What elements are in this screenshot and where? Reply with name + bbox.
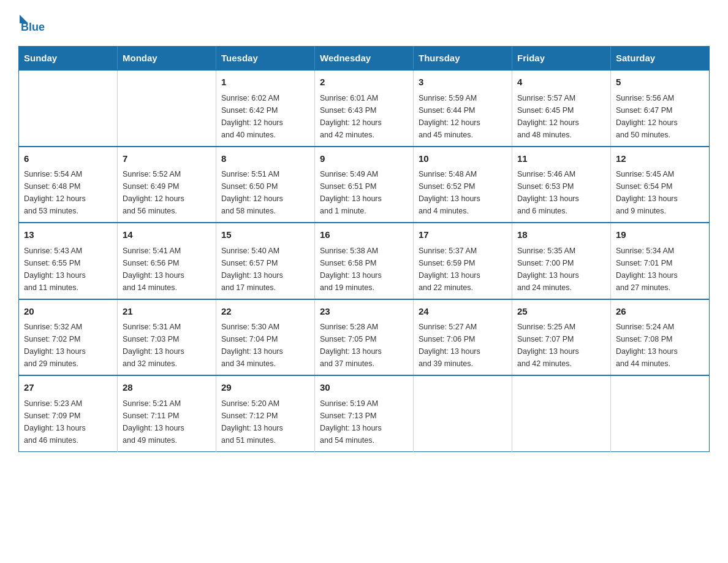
day-info: Sunrise: 5:23 AM Sunset: 7:09 PM Dayligh…: [24, 397, 112, 446]
calendar-cell: [414, 375, 512, 451]
day-number: 28: [123, 381, 211, 395]
day-number: 23: [320, 305, 408, 319]
calendar-cell: 12Sunrise: 5:45 AM Sunset: 6:54 PM Dayli…: [611, 147, 710, 223]
day-number: 16: [320, 228, 408, 242]
calendar-cell: 19Sunrise: 5:34 AM Sunset: 7:01 PM Dayli…: [611, 223, 710, 299]
day-info: Sunrise: 5:21 AM Sunset: 7:11 PM Dayligh…: [123, 397, 211, 446]
day-number: 21: [123, 305, 211, 319]
day-info: Sunrise: 5:48 AM Sunset: 6:52 PM Dayligh…: [419, 168, 507, 217]
day-info: Sunrise: 5:30 AM Sunset: 7:04 PM Dayligh…: [221, 321, 309, 370]
calendar-day-header: Friday: [512, 47, 611, 71]
calendar-cell: 7Sunrise: 5:52 AM Sunset: 6:49 PM Daylig…: [118, 147, 216, 223]
day-info: Sunrise: 5:27 AM Sunset: 7:06 PM Dayligh…: [419, 321, 507, 370]
calendar-cell: 1Sunrise: 6:02 AM Sunset: 6:42 PM Daylig…: [216, 70, 315, 147]
day-info: Sunrise: 5:52 AM Sunset: 6:49 PM Dayligh…: [123, 168, 211, 217]
day-number: 12: [616, 152, 704, 166]
day-info: Sunrise: 5:54 AM Sunset: 6:48 PM Dayligh…: [24, 168, 112, 217]
day-number: 20: [24, 305, 112, 319]
day-info: Sunrise: 5:34 AM Sunset: 7:01 PM Dayligh…: [616, 245, 704, 294]
calendar-cell: 2Sunrise: 6:01 AM Sunset: 6:43 PM Daylig…: [315, 70, 414, 147]
day-info: Sunrise: 5:24 AM Sunset: 7:08 PM Dayligh…: [616, 321, 704, 370]
calendar-cell: 15Sunrise: 5:40 AM Sunset: 6:57 PM Dayli…: [216, 223, 315, 299]
day-number: 18: [517, 228, 605, 242]
day-number: 25: [517, 305, 605, 319]
calendar-cell: 18Sunrise: 5:35 AM Sunset: 7:00 PM Dayli…: [512, 223, 611, 299]
day-number: 10: [419, 152, 507, 166]
calendar-cell: 29Sunrise: 5:20 AM Sunset: 7:12 PM Dayli…: [216, 375, 315, 451]
calendar-day-header: Sunday: [19, 47, 118, 71]
calendar-cell: 14Sunrise: 5:41 AM Sunset: 6:56 PM Dayli…: [118, 223, 216, 299]
calendar-cell: [611, 375, 710, 451]
day-info: Sunrise: 5:20 AM Sunset: 7:12 PM Dayligh…: [221, 397, 309, 446]
calendar-cell: [19, 70, 118, 147]
calendar-week-row: 6Sunrise: 5:54 AM Sunset: 6:48 PM Daylig…: [19, 147, 710, 223]
calendar-cell: 30Sunrise: 5:19 AM Sunset: 7:13 PM Dayli…: [315, 375, 414, 451]
day-number: 13: [24, 228, 112, 242]
calendar-cell: 20Sunrise: 5:32 AM Sunset: 7:02 PM Dayli…: [19, 299, 118, 376]
day-number: 7: [123, 152, 211, 166]
day-number: 3: [419, 75, 507, 90]
day-info: Sunrise: 5:49 AM Sunset: 6:51 PM Dayligh…: [320, 168, 408, 217]
day-info: Sunrise: 5:43 AM Sunset: 6:55 PM Dayligh…: [24, 245, 112, 294]
day-info: Sunrise: 5:31 AM Sunset: 7:03 PM Dayligh…: [123, 321, 211, 370]
day-number: 27: [24, 381, 112, 395]
calendar-cell: 26Sunrise: 5:24 AM Sunset: 7:08 PM Dayli…: [611, 299, 710, 376]
calendar-day-header: Thursday: [414, 47, 512, 71]
day-number: 19: [616, 228, 704, 242]
day-number: 6: [24, 152, 112, 166]
calendar-cell: 13Sunrise: 5:43 AM Sunset: 6:55 PM Dayli…: [19, 223, 118, 299]
calendar-cell: 6Sunrise: 5:54 AM Sunset: 6:48 PM Daylig…: [19, 147, 118, 223]
day-number: 9: [320, 152, 408, 166]
page-header: Blue: [18, 12, 710, 34]
calendar-cell: [512, 375, 611, 451]
calendar-table: SundayMondayTuesdayWednesdayThursdayFrid…: [18, 46, 710, 452]
day-info: Sunrise: 5:56 AM Sunset: 6:47 PM Dayligh…: [616, 92, 704, 141]
day-info: Sunrise: 5:28 AM Sunset: 7:05 PM Dayligh…: [320, 321, 408, 370]
calendar-cell: 10Sunrise: 5:48 AM Sunset: 6:52 PM Dayli…: [414, 147, 512, 223]
day-number: 8: [221, 152, 309, 166]
day-info: Sunrise: 5:37 AM Sunset: 6:59 PM Dayligh…: [419, 245, 507, 294]
day-number: 30: [320, 381, 408, 395]
calendar-cell: 24Sunrise: 5:27 AM Sunset: 7:06 PM Dayli…: [414, 299, 512, 376]
day-info: Sunrise: 5:57 AM Sunset: 6:45 PM Dayligh…: [517, 92, 605, 141]
day-info: Sunrise: 5:59 AM Sunset: 6:44 PM Dayligh…: [419, 92, 507, 141]
calendar-week-row: 13Sunrise: 5:43 AM Sunset: 6:55 PM Dayli…: [19, 223, 710, 299]
calendar-cell: 3Sunrise: 5:59 AM Sunset: 6:44 PM Daylig…: [414, 70, 512, 147]
day-info: Sunrise: 5:51 AM Sunset: 6:50 PM Dayligh…: [221, 168, 309, 217]
calendar-cell: 16Sunrise: 5:38 AM Sunset: 6:58 PM Dayli…: [315, 223, 414, 299]
day-number: 17: [419, 228, 507, 242]
calendar-week-row: 27Sunrise: 5:23 AM Sunset: 7:09 PM Dayli…: [19, 375, 710, 451]
day-info: Sunrise: 5:41 AM Sunset: 6:56 PM Dayligh…: [123, 245, 211, 294]
day-number: 1: [221, 75, 309, 90]
day-number: 15: [221, 228, 309, 242]
day-number: 29: [221, 381, 309, 395]
calendar-cell: 21Sunrise: 5:31 AM Sunset: 7:03 PM Dayli…: [118, 299, 216, 376]
calendar-week-row: 20Sunrise: 5:32 AM Sunset: 7:02 PM Dayli…: [19, 299, 710, 376]
day-number: 22: [221, 305, 309, 319]
calendar-cell: 11Sunrise: 5:46 AM Sunset: 6:53 PM Dayli…: [512, 147, 611, 223]
day-info: Sunrise: 5:25 AM Sunset: 7:07 PM Dayligh…: [517, 321, 605, 370]
calendar-cell: 17Sunrise: 5:37 AM Sunset: 6:59 PM Dayli…: [414, 223, 512, 299]
day-info: Sunrise: 5:38 AM Sunset: 6:58 PM Dayligh…: [320, 245, 408, 294]
calendar-week-row: 1Sunrise: 6:02 AM Sunset: 6:42 PM Daylig…: [19, 70, 710, 147]
calendar-cell: 9Sunrise: 5:49 AM Sunset: 6:51 PM Daylig…: [315, 147, 414, 223]
day-number: 11: [517, 152, 605, 166]
calendar-cell: 8Sunrise: 5:51 AM Sunset: 6:50 PM Daylig…: [216, 147, 315, 223]
day-info: Sunrise: 5:35 AM Sunset: 7:00 PM Dayligh…: [517, 245, 605, 294]
calendar-cell: [118, 70, 216, 147]
day-info: Sunrise: 5:32 AM Sunset: 7:02 PM Dayligh…: [24, 321, 112, 370]
calendar-cell: 28Sunrise: 5:21 AM Sunset: 7:11 PM Dayli…: [118, 375, 216, 451]
day-info: Sunrise: 5:45 AM Sunset: 6:54 PM Dayligh…: [616, 168, 704, 217]
calendar-day-header: Saturday: [611, 47, 710, 71]
calendar-cell: 27Sunrise: 5:23 AM Sunset: 7:09 PM Dayli…: [19, 375, 118, 451]
calendar-cell: 23Sunrise: 5:28 AM Sunset: 7:05 PM Dayli…: [315, 299, 414, 376]
day-info: Sunrise: 5:46 AM Sunset: 6:53 PM Dayligh…: [517, 168, 605, 217]
calendar-day-header: Monday: [118, 47, 216, 71]
calendar-cell: 4Sunrise: 5:57 AM Sunset: 6:45 PM Daylig…: [512, 70, 611, 147]
day-info: Sunrise: 5:40 AM Sunset: 6:57 PM Dayligh…: [221, 245, 309, 294]
logo: Blue: [18, 12, 45, 34]
calendar-day-header: Tuesday: [216, 47, 315, 71]
day-number: 5: [616, 75, 704, 90]
day-number: 4: [517, 75, 605, 90]
day-number: 14: [123, 228, 211, 242]
